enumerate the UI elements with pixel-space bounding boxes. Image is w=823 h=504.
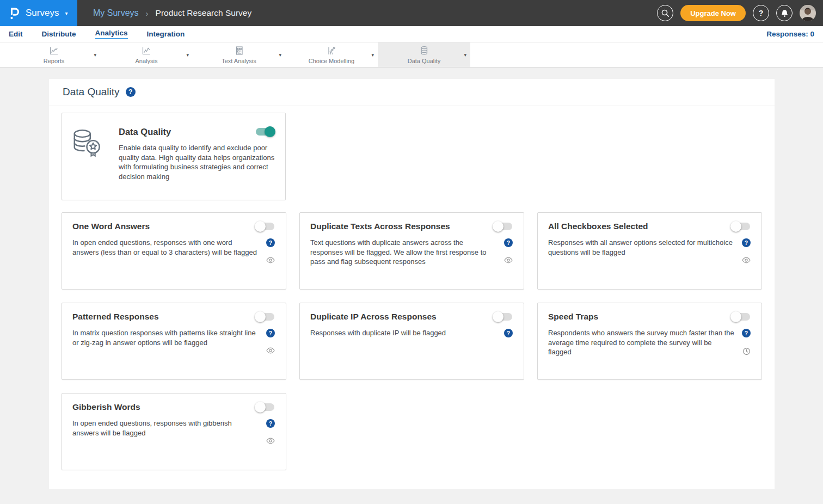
database-icon — [418, 45, 430, 56]
help-icon[interactable]: ? — [266, 238, 275, 247]
tab-label: Text Analysis — [222, 58, 256, 64]
chevron-down-icon[interactable]: ▾ — [371, 52, 374, 58]
clock-icon[interactable] — [742, 347, 751, 355]
all-checkboxes-toggle[interactable] — [730, 221, 751, 232]
scatter-chart-icon — [140, 45, 152, 56]
search-icon — [660, 8, 670, 18]
eye-icon[interactable] — [504, 257, 513, 263]
rules-grid: One Word Answers In open ended questions… — [49, 212, 775, 489]
user-avatar[interactable] — [800, 5, 816, 21]
document-grid-icon — [233, 45, 245, 56]
help-icon[interactable]: ? — [126, 87, 136, 97]
tab-label: Reports — [44, 58, 65, 64]
page-title: Data Quality — [63, 86, 120, 98]
chevron-down-icon[interactable]: ▾ — [279, 52, 281, 58]
help-icon[interactable]: ? — [266, 419, 275, 428]
card-one-word-answers: One Word Answers In open ended questions… — [62, 212, 286, 290]
line-chart-icon — [48, 45, 60, 56]
database-award-icon — [71, 122, 112, 191]
breadcrumb-separator: › — [146, 9, 149, 18]
notifications-button[interactable] — [776, 5, 793, 21]
nav-distribute[interactable]: Distribute — [42, 30, 76, 38]
card-speed-traps: Speed Traps Respondents who answers the … — [537, 303, 762, 380]
search-button[interactable] — [657, 5, 673, 21]
app-menu-label: Surveys — [26, 8, 59, 19]
card-title: Duplicate IP Across Responses — [310, 312, 437, 322]
tab-label: Choice Modelling — [309, 58, 354, 64]
card-duplicate-ip: Duplicate IP Across Responses Responses … — [299, 303, 524, 380]
topbar-actions: Upgrade Now ? — [657, 0, 823, 26]
bell-icon — [780, 9, 789, 18]
card-patterned-responses: Patterned Responses In matrix question r… — [62, 303, 286, 380]
chevron-down-icon[interactable]: ▾ — [464, 52, 466, 58]
breadcrumb-current-survey: Product Research Survey — [156, 8, 252, 18]
questionpro-logo-icon — [8, 7, 21, 20]
card-all-checkboxes: All Checkboxes Selected Responses with a… — [537, 212, 762, 290]
patterned-responses-toggle[interactable] — [255, 311, 275, 322]
card-description: Respondents who answers the survey much … — [548, 328, 741, 357]
duplicate-ip-toggle[interactable] — [493, 311, 513, 322]
tab-reports[interactable]: Reports ▾ — [8, 42, 100, 67]
tab-choice-modelling[interactable]: Choice Modelling ▾ — [285, 42, 378, 67]
card-duplicate-texts: Duplicate Texts Across Responses Text qu… — [299, 212, 524, 290]
card-description: Responses with duplicate IP will be flag… — [310, 328, 503, 338]
card-title: Duplicate Texts Across Responses — [310, 222, 450, 231]
nav-edit[interactable]: Edit — [9, 30, 23, 38]
eye-icon[interactable] — [742, 257, 751, 263]
eye-icon[interactable] — [266, 438, 275, 444]
card-gibberish-words: Gibberish Words In open ended questions,… — [62, 393, 286, 470]
analytics-tabs: Reports ▾ Analysis ▾ Text Analysis ▾ — [0, 42, 823, 67]
help-button[interactable]: ? — [753, 5, 769, 21]
feature-description: Enable data quality to identify and excl… — [119, 143, 275, 181]
tab-data-quality[interactable]: Data Quality ▾ — [378, 42, 470, 67]
help-icon[interactable]: ? — [742, 238, 751, 247]
help-icon[interactable]: ? — [504, 329, 513, 337]
card-title: Gibberish Words — [72, 402, 140, 412]
app-switcher[interactable]: Surveys ▾ — [0, 0, 77, 26]
tab-label: Analysis — [136, 58, 158, 64]
speed-traps-toggle[interactable] — [730, 311, 751, 322]
card-description: Responses with all answer options select… — [548, 238, 741, 263]
top-bar: Surveys ▾ My Surveys › Product Research … — [0, 0, 823, 26]
feature-content: Data Quality Enable data quality to iden… — [112, 122, 275, 191]
chevron-down-icon[interactable]: ▾ — [186, 52, 189, 58]
tab-text-analysis[interactable]: Text Analysis ▾ — [193, 42, 285, 67]
duplicate-texts-toggle[interactable] — [493, 221, 513, 232]
gibberish-words-toggle[interactable] — [255, 402, 275, 413]
main-content: Data Quality ? Data Quality — [0, 67, 823, 504]
eye-icon[interactable] — [266, 347, 275, 354]
card-description: In open ended questions, responses with … — [72, 419, 266, 444]
data-quality-toggle[interactable] — [255, 126, 275, 137]
tab-analysis[interactable]: Analysis ▾ — [100, 42, 193, 67]
question-mark-icon: ? — [759, 9, 764, 17]
help-icon[interactable]: ? — [742, 329, 751, 337]
data-quality-panel: Data Quality ? Data Quality — [49, 79, 775, 489]
breadcrumb-my-surveys[interactable]: My Surveys — [93, 8, 139, 18]
chevron-down-icon: ▾ — [65, 10, 67, 16]
card-description: In open ended questions, responses with … — [72, 238, 266, 263]
tab-label: Data Quality — [408, 58, 441, 64]
card-title: Patterned Responses — [72, 312, 159, 322]
help-icon[interactable]: ? — [266, 329, 275, 337]
card-title: One Word Answers — [72, 222, 150, 231]
card-title: Speed Traps — [548, 312, 598, 322]
card-title: All Checkboxes Selected — [548, 222, 648, 231]
data-quality-feature-card: Data Quality Enable data quality to iden… — [62, 113, 286, 200]
upgrade-now-button[interactable]: Upgrade Now — [680, 5, 746, 21]
help-icon[interactable]: ? — [504, 238, 513, 247]
one-word-answers-toggle[interactable] — [255, 221, 275, 232]
eye-icon[interactable] — [266, 257, 275, 263]
survey-nav: Edit Distribute Analytics Integration Re… — [0, 26, 823, 42]
card-description: Text questions with duplicate answers ac… — [310, 238, 503, 267]
panel-header: Data Quality ? — [49, 79, 775, 106]
nav-integration[interactable]: Integration — [147, 30, 185, 38]
responses-count: Responses: 0 — [766, 30, 814, 38]
dot-plot-icon — [325, 45, 337, 56]
card-description: In matrix question responses with patter… — [72, 328, 266, 354]
breadcrumb: My Surveys › Product Research Survey — [93, 0, 251, 26]
chevron-down-icon[interactable]: ▾ — [94, 52, 96, 58]
feature-title: Data Quality — [119, 127, 171, 137]
nav-analytics[interactable]: Analytics — [95, 29, 128, 39]
